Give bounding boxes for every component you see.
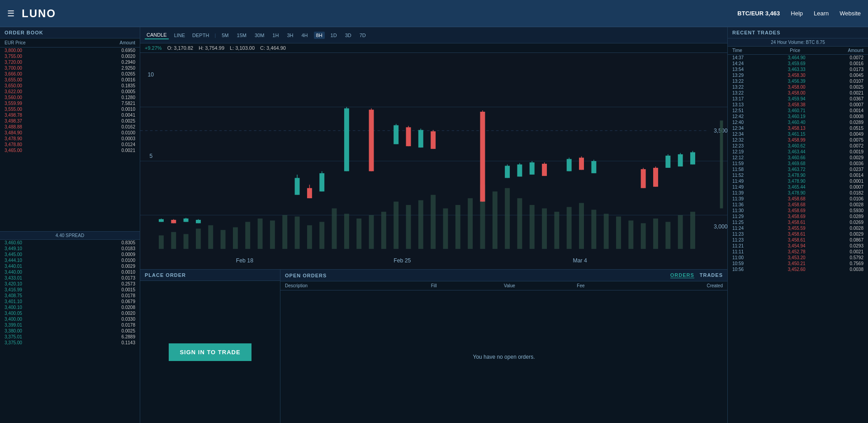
svg-rect-42 — [567, 207, 572, 249]
svg-rect-64 — [307, 188, 312, 198]
list-item: 12:343,461.150.0049 — [728, 131, 868, 137]
svg-rect-52 — [690, 212, 695, 249]
order-book-title: ORDER BOOK — [0, 27, 140, 38]
svg-rect-19 — [282, 215, 287, 249]
chart-type-depth[interactable]: DEPTH — [190, 32, 211, 39]
list-item: 11:493,465.440.0007 — [728, 184, 868, 190]
list-item: 12:513,460.710.0014 — [728, 108, 868, 114]
list-item: 3,399.010.0178 — [0, 322, 140, 328]
svg-text:Feb 25: Feb 25 — [394, 257, 411, 264]
chart-type-candle[interactable]: CANDLE — [145, 31, 169, 39]
svg-rect-25 — [356, 219, 361, 249]
open-price: O: 3,170.82 — [167, 45, 194, 51]
list-item: 11:233,458.610.0029 — [728, 231, 868, 237]
header: ☰ LUNO BTC/EUR 3,463 Help Learn Website — [0, 0, 868, 27]
interval-30m[interactable]: 30M — [252, 32, 266, 39]
svg-rect-33 — [455, 205, 460, 249]
list-item: 3,800.000.6950 — [0, 48, 140, 53]
col-fill: Fill — [431, 283, 504, 288]
list-item: 3,720.000.2940 — [0, 59, 140, 65]
interval-5m[interactable]: 5M — [219, 32, 231, 39]
svg-rect-70 — [369, 109, 374, 171]
svg-rect-108 — [720, 120, 723, 208]
svg-rect-32 — [443, 209, 448, 249]
interval-7d[interactable]: 7D — [357, 32, 368, 39]
main-layout: ORDER BOOK EUR Price Amount 3,800.000.69… — [0, 27, 868, 423]
order-book-column-header: EUR Price Amount — [0, 38, 140, 48]
list-item: 12:423,460.190.0008 — [728, 114, 868, 119]
list-item: 3,408.750.0178 — [0, 293, 140, 299]
svg-rect-102 — [678, 154, 683, 166]
header-right: BTC/EUR 3,463 Help Learn Website — [737, 10, 861, 17]
tab-orders[interactable]: ORDERS — [670, 272, 694, 278]
list-item: 3,440.010.0029 — [0, 263, 140, 269]
svg-rect-15 — [233, 227, 238, 249]
list-item: 12:323,458.990.0075 — [728, 137, 868, 143]
list-item: 3,444.100.0100 — [0, 257, 140, 263]
svg-rect-38 — [517, 198, 522, 249]
list-item: 12:403,460.400.0289 — [728, 119, 868, 125]
list-item: 11:253,458.610.0269 — [728, 219, 868, 225]
interval-1d[interactable]: 1D — [328, 32, 339, 39]
svg-text:Mar 4: Mar 4 — [573, 257, 587, 264]
interval-8h[interactable]: 8H — [314, 32, 325, 39]
place-order-title: PLACE ORDER — [140, 270, 280, 281]
svg-rect-44 — [591, 210, 596, 249]
list-item: 3,478.900.0003 — [0, 136, 140, 142]
list-item: 3,559.997.5821 — [0, 100, 140, 106]
list-item: 3,416.990.0015 — [0, 287, 140, 293]
svg-rect-82 — [505, 166, 510, 178]
interval-1h[interactable]: 1H — [270, 32, 281, 39]
svg-rect-26 — [369, 215, 374, 249]
svg-rect-40 — [542, 209, 547, 249]
list-item: 3,400.100.0208 — [0, 304, 140, 310]
svg-rect-17 — [258, 219, 263, 249]
svg-rect-104 — [690, 152, 695, 165]
tab-trades[interactable]: TRADES — [700, 272, 723, 278]
list-item: 3,445.000.0009 — [0, 252, 140, 257]
svg-rect-13 — [208, 225, 213, 249]
list-item: 3,460.600.8305 — [0, 240, 140, 246]
open-orders-tabs: ORDERS TRADES — [670, 272, 723, 278]
svg-rect-90 — [567, 159, 572, 171]
sell-orders: 3,800.000.69503,755.000.00203,720.000.29… — [0, 48, 140, 231]
sign-in-area: SIGN IN TO TRADE — [140, 281, 280, 423]
interval-3h[interactable]: 3H — [285, 32, 295, 39]
list-item: 3,498.370.0025 — [0, 118, 140, 124]
interval-15m[interactable]: 15M — [235, 32, 249, 39]
learn-link[interactable]: Learn — [814, 10, 829, 17]
list-item: 11:243,455.590.0028 — [728, 225, 868, 231]
btc-price-display: BTC/EUR 3,463 — [737, 10, 780, 17]
svg-rect-11 — [184, 234, 189, 249]
svg-rect-27 — [381, 212, 386, 249]
svg-rect-84 — [517, 164, 522, 176]
list-item: 3,484.900.0100 — [0, 130, 140, 136]
list-item: 11:233,458.610.0867 — [728, 237, 868, 243]
list-item: 3,465.000.0021 — [0, 147, 140, 153]
svg-text:10: 10 — [147, 71, 154, 78]
list-item: 11:213,454.940.0293 — [728, 243, 868, 249]
interval-4h[interactable]: 4H — [299, 32, 310, 39]
no-open-orders-message: You have no open orders. — [280, 290, 727, 423]
interval-3d[interactable]: 3D — [343, 32, 354, 39]
menu-icon[interactable]: ☰ — [7, 9, 14, 19]
trades-list: 14:373,464.900.007214:243,459.690.001613… — [728, 55, 868, 423]
svg-rect-23 — [332, 209, 337, 249]
list-item: 11:593,469.680.0036 — [728, 161, 868, 166]
list-item: 14:373,464.900.0072 — [728, 55, 868, 61]
list-item: 11:583,463.720.0237 — [728, 166, 868, 172]
chart-stats: +9.27% O: 3,170.82 H: 3,754.99 L: 3,103.… — [140, 43, 727, 53]
low-price: L: 3,103.00 — [230, 45, 255, 51]
chart-type-line[interactable]: LINE — [172, 32, 187, 39]
svg-rect-28 — [394, 202, 398, 249]
website-link[interactable]: Website — [840, 10, 861, 17]
list-item: 3,650.000.1835 — [0, 83, 140, 89]
open-orders-header: OPEN ORDERS ORDERS TRADES — [280, 270, 727, 281]
list-item: 11:523,478.900.0014 — [728, 172, 868, 178]
sign-in-to-trade-button[interactable]: SIGN IN TO TRADE — [169, 343, 251, 361]
logo: LUNO — [22, 7, 56, 20]
candlestick-chart: 3,500 3,000 10 5 — [140, 53, 727, 269]
svg-rect-56 — [171, 220, 176, 223]
help-link[interactable]: Help — [791, 10, 803, 17]
svg-rect-88 — [542, 164, 547, 176]
